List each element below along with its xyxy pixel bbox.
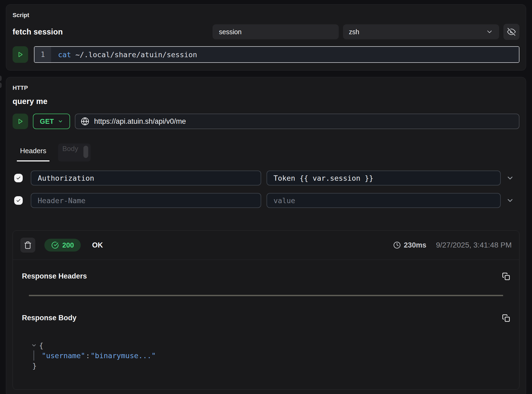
run-request-button[interactable] [13, 114, 28, 129]
code-line-number: 1 [34, 47, 51, 62]
check-icon [16, 198, 21, 203]
http-block-title: query me [13, 96, 48, 107]
chevron-down-icon [506, 174, 514, 182]
script-block-card: Script fetch session zsh [6, 4, 526, 71]
header-rows [13, 171, 519, 208]
copy-icon [502, 272, 510, 280]
status-code: 200 [62, 241, 74, 249]
header-enabled-checkbox[interactable] [14, 174, 23, 182]
copy-response-body-button[interactable] [502, 314, 510, 322]
code-line-content[interactable]: cat ~/.local/share/atuin/session [51, 47, 519, 62]
copy-icon [502, 314, 510, 322]
header-enabled-checkbox[interactable] [14, 196, 23, 205]
json-close-brace: } [32, 362, 37, 370]
block-type-label: HTTP [13, 84, 519, 92]
play-icon [17, 51, 24, 59]
interpreter-selected-value: zsh [349, 28, 359, 36]
block-drag-handle[interactable] [0, 76, 2, 88]
request-tabs: Headers Body [13, 144, 519, 161]
response-duration: 230ms [393, 241, 426, 249]
header-row [13, 171, 519, 186]
tab-body-label: Body [62, 145, 78, 153]
json-indent-guide [33, 350, 34, 361]
json-open-brace: { [39, 341, 43, 350]
chevron-down-icon [486, 28, 493, 36]
header-row-expand-button[interactable] [501, 196, 519, 204]
json-key: "username" [42, 351, 85, 360]
delete-response-button[interactable] [20, 238, 35, 253]
chevron-down-icon [58, 119, 63, 124]
duration-value: 230ms [404, 241, 426, 249]
globe-icon [81, 117, 89, 126]
http-block-card: HTTP query me GET [6, 77, 526, 394]
response-body-title: Response Body [22, 314, 76, 322]
header-value-input[interactable] [267, 171, 501, 186]
output-variable-input[interactable] [213, 24, 339, 39]
url-field[interactable] [75, 114, 519, 129]
play-icon [17, 117, 24, 125]
header-row-expand-button[interactable] [501, 174, 519, 182]
copy-response-headers-button[interactable] [502, 272, 510, 280]
scrollbar-thumb[interactable] [83, 146, 88, 158]
runbook-page: Script fetch session zsh [0, 0, 532, 394]
clock-icon [393, 241, 401, 249]
status-badge: 200 [44, 239, 81, 252]
url-input[interactable] [94, 117, 514, 126]
json-colon: : [85, 351, 91, 360]
response-panel: 200 OK 230ms 9/27/2025, 3:41:48 PM Respo… [13, 230, 519, 390]
tab-body[interactable]: Body [58, 144, 90, 161]
collapse-chevron-icon[interactable] [31, 342, 37, 348]
header-name-input[interactable] [31, 193, 261, 208]
interpreter-select[interactable]: zsh [343, 24, 499, 39]
script-block-title: fetch session [13, 26, 63, 37]
run-script-button[interactable] [13, 46, 28, 63]
response-headers-title: Response Headers [22, 272, 87, 280]
json-value: "binarymuse..." [91, 351, 156, 360]
code-argument: ~/.local/share/atuin/session [71, 51, 197, 59]
response-timestamp: 9/27/2025, 3:41:48 PM [436, 241, 512, 249]
header-value-input[interactable] [267, 193, 501, 208]
check-icon [16, 175, 21, 181]
code-keyword: cat [58, 51, 71, 59]
header-name-input[interactable] [31, 171, 261, 186]
response-body-json: { "username":"binarymuse..." } [20, 340, 512, 371]
toggle-output-visibility-button[interactable] [503, 24, 519, 40]
eye-off-icon [507, 28, 516, 36]
block-type-label: Script [13, 11, 519, 19]
chevron-down-icon [506, 196, 514, 204]
check-circle-icon [51, 241, 59, 249]
trash-icon [24, 241, 32, 249]
script-code-editor[interactable]: 1 cat ~/.local/share/atuin/session [34, 46, 519, 63]
http-method-label: GET [40, 118, 54, 125]
response-header: 200 OK 230ms 9/27/2025, 3:41:48 PM [13, 231, 519, 260]
http-method-dropdown[interactable]: GET [33, 114, 70, 129]
header-row [13, 193, 519, 208]
status-text: OK [92, 241, 103, 249]
tab-headers[interactable]: Headers [17, 144, 49, 161]
response-headers-divider [29, 295, 503, 296]
